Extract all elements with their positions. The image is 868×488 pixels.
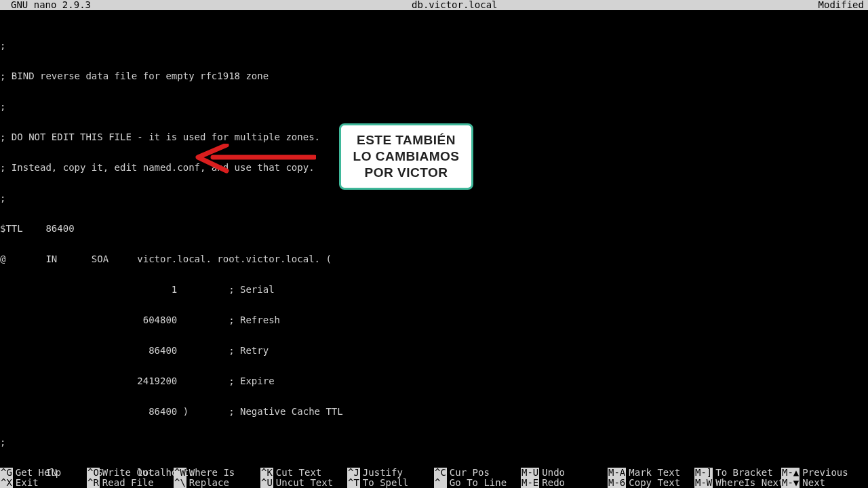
- shortcut-row-1: ^GGet Help ^OWrite Out ^WWhere Is ^KCut …: [0, 468, 868, 478]
- editor-line: ;: [0, 41, 868, 51]
- shortcut-read-file[interactable]: ^RRead File: [87, 478, 174, 488]
- app-name: GNU nano 2.9.3: [1, 0, 91, 10]
- titlebar: GNU nano 2.9.3 db.victor.local Modified: [0, 0, 868, 10]
- editor-line: ;: [0, 102, 868, 112]
- shortcut-replace[interactable]: ^\Replace: [174, 478, 260, 488]
- editor-line: ; BIND reverse data file for empty rfc19…: [0, 71, 868, 81]
- editor-line: 2419200 ; Expire: [0, 376, 868, 386]
- modified-status: Modified: [818, 0, 867, 10]
- shortcut-previous[interactable]: M-▲Previous: [781, 468, 868, 478]
- shortcut-exit[interactable]: ^XExit: [0, 478, 87, 488]
- shortcut-uncut-text[interactable]: ^UUncut Text: [260, 478, 347, 488]
- editor-line: ;: [0, 437, 868, 447]
- annotation-callout: ESTE TAMBIÉN LO CAMBIAMOS POR VICTOR: [339, 123, 473, 190]
- shortcut-mark-text[interactable]: M-AMark Text: [608, 468, 694, 478]
- shortcut-bar: ^GGet Help ^OWrite Out ^WWhere Is ^KCut …: [0, 468, 868, 488]
- editor-line: $TTL 86400: [0, 224, 868, 234]
- shortcut-get-help[interactable]: ^GGet Help: [0, 468, 87, 478]
- shortcut-write-out[interactable]: ^OWrite Out: [87, 468, 174, 478]
- shortcut-next[interactable]: M-▼Next: [781, 478, 868, 488]
- editor-line: ;: [0, 193, 868, 203]
- shortcut-cur-pos[interactable]: ^CCur Pos: [434, 468, 521, 478]
- shortcut-to-spell[interactable]: ^TTo Spell: [347, 478, 434, 488]
- editor-line: 86400 ) ; Negative Cache TTL: [0, 407, 868, 417]
- shortcut-undo[interactable]: M-UUndo: [521, 468, 608, 478]
- shortcut-copy-text[interactable]: M-6Copy Text: [608, 478, 694, 488]
- filename: db.victor.local: [412, 0, 497, 10]
- annotation-line: LO CAMBIAMOS: [347, 148, 466, 165]
- shortcut-redo[interactable]: M-ERedo: [521, 478, 608, 488]
- shortcut-whereis-next[interactable]: M-WWhereIs Next: [694, 478, 781, 488]
- annotation-line: POR VICTOR: [347, 165, 466, 181]
- editor-area[interactable]: ; ; BIND reverse data file for empty rfc…: [0, 20, 868, 488]
- shortcut-go-to-line[interactable]: ^_Go To Line: [434, 478, 521, 488]
- shortcut-justify[interactable]: ^JJustify: [347, 468, 434, 478]
- editor-line: 604800 ; Refresh: [0, 315, 868, 325]
- shortcut-cut-text[interactable]: ^KCut Text: [260, 468, 347, 478]
- shortcut-where-is[interactable]: ^WWhere Is: [174, 468, 260, 478]
- annotation-line: ESTE TAMBIÉN: [347, 132, 466, 148]
- editor-line: 86400 ; Retry: [0, 346, 868, 356]
- shortcut-to-bracket[interactable]: M-]To Bracket: [694, 468, 781, 478]
- editor-line: 1 ; Serial: [0, 285, 868, 295]
- shortcut-row-2: ^XExit ^RRead File ^\Replace ^UUncut Tex…: [0, 478, 868, 488]
- editor-line: @ IN SOA victor.local. root.victor.local…: [0, 254, 868, 264]
